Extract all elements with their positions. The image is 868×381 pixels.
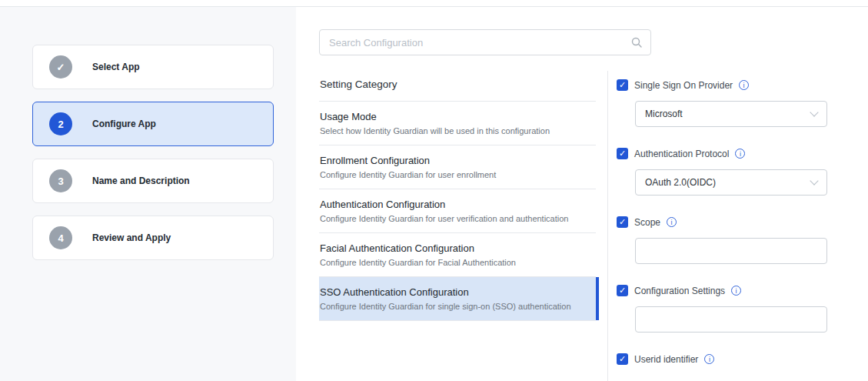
step-marker-icon: 4 [58,232,63,244]
category-subtitle: Select how Identity Guardian will be use… [320,126,588,135]
select-value: OAuth 2.0(OIDC) [645,177,716,188]
field-label: Configuration Settings [634,286,725,296]
field-checkbox[interactable]: ✓ [617,79,628,91]
info-icon[interactable]: i [667,217,677,227]
category-list-item[interactable]: Facial Authentication Configuration Conf… [319,233,596,277]
info-icon[interactable]: i [704,354,714,364]
field-label-row: ✓ Configuration Settings i [617,285,868,296]
category-title: Enrollment Configuration [320,155,588,166]
info-glyph: i [671,219,673,226]
field-checkbox[interactable]: ✓ [617,216,628,228]
field-checkbox[interactable]: ✓ [617,148,628,159]
category-list-items: Usage Mode Select how Identity Guardian … [319,102,596,321]
step-label: Review and Apply [92,232,171,243]
field-label-row: ✓ Authentication Protocol i [617,148,868,159]
category-list-item[interactable]: Enrollment Configuration Configure Ident… [319,145,596,189]
step-number-badge: 4 [49,226,72,249]
step-number-badge: 3 [49,169,72,192]
step-marker-icon: 2 [58,119,63,130]
select-control[interactable]: Microsoft [635,101,827,127]
stepper-step[interactable]: 4 Review and Apply [32,216,274,260]
form-field-group: ✓ Configuration Settings i [617,285,868,333]
search-icon [631,37,642,48]
info-glyph: i [736,287,737,295]
field-checkbox[interactable]: ✓ [617,353,628,365]
step-marker-icon: ✓ [57,62,65,73]
info-icon[interactable]: i [731,286,741,296]
stepper-step[interactable]: ✓ Select App [32,45,274,89]
category-subtitle: Configure Identity Guardian for user ver… [320,214,588,223]
chevron-down-icon [810,108,818,116]
category-list-item[interactable]: SSO Authentication Configuration Configu… [319,277,596,321]
chevron-down-icon [810,176,818,185]
field-label: Single Sign On Provider [634,80,733,91]
config-form: ✓ Single Sign On Provider i Microsoft ✓ … [607,71,868,381]
body-row: Setting Category Usage Mode Select how I… [319,71,868,381]
info-glyph: i [743,82,745,89]
info-icon[interactable]: i [735,149,745,159]
category-title: Authentication Configuration [320,199,588,210]
app-window: ✓ Select App 2 Configure App 3 Name and … [0,0,868,381]
category-list-item[interactable]: Authentication Configuration Configure I… [319,189,596,233]
category-list-header: Setting Category [319,71,596,102]
field-label: Scope [634,217,660,228]
form-field-group: ✓ Single Sign On Provider i Microsoft [617,79,868,127]
category-subtitle: Configure Identity Guardian for single s… [320,302,588,311]
step-number-badge: ✓ [49,55,72,79]
field-label: Authentication Protocol [634,149,729,159]
category-list: Setting Category Usage Mode Select how I… [319,71,596,381]
stepper-step[interactable]: 2 Configure App [32,102,274,146]
form-field-group: ✓ Authentication Protocol i OAuth 2.0(OI… [617,148,868,196]
category-title: SSO Authentication Configuration [320,286,588,298]
main-layout: ✓ Select App 2 Configure App 3 Name and … [0,7,868,381]
info-icon[interactable]: i [739,80,749,90]
top-divider-bar [0,0,868,7]
step-label: Name and Description [92,175,190,186]
check-icon: ✓ [619,81,626,89]
category-list-item[interactable]: Usage Mode Select how Identity Guardian … [319,102,596,145]
field-label-row: ✓ Userid identifier i [617,353,868,365]
field-checkbox[interactable]: ✓ [617,285,628,296]
text-input[interactable] [635,238,827,264]
check-icon: ✓ [619,355,626,363]
category-subtitle: Configure Identity Guardian for user enr… [320,170,588,179]
text-input[interactable] [635,306,827,333]
check-icon: ✓ [619,149,626,158]
stepper-step[interactable]: 3 Name and Description [32,159,274,203]
step-number-badge: 2 [49,112,72,135]
check-icon: ✓ [619,286,626,295]
search-box [319,29,651,55]
info-glyph: i [709,356,710,363]
field-label-row: ✓ Scope i [617,216,868,228]
info-glyph: i [740,150,741,158]
field-label: Userid identifier [634,354,698,365]
select-control[interactable]: OAuth 2.0(OIDC) [635,169,827,196]
form-field-group: ✓ Userid identifier i [617,353,868,365]
form-field-group: ✓ Scope i [617,216,868,264]
search-input[interactable] [319,29,651,55]
select-value: Microsoft [645,109,683,119]
configuration-content: Setting Category Usage Mode Select how I… [296,7,868,381]
step-label: Select App [92,62,140,72]
check-icon: ✓ [619,218,626,226]
field-label-row: ✓ Single Sign On Provider i [617,79,868,91]
category-title: Usage Mode [320,111,588,122]
wizard-stepper: ✓ Select App 2 Configure App 3 Name and … [0,7,296,381]
step-marker-icon: 3 [58,175,63,187]
category-title: Facial Authentication Configuration [320,242,588,254]
step-label: Configure App [92,119,156,129]
category-subtitle: Configure Identity Guardian for Facial A… [320,258,588,267]
